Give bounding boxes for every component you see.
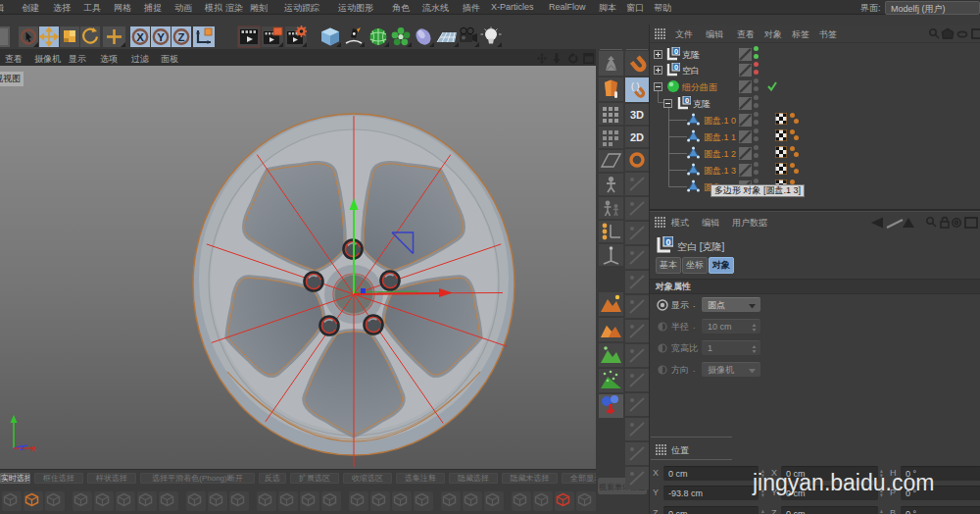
svg-text:0: 0	[665, 237, 670, 247]
svg-text:Y: Y	[157, 31, 165, 43]
svg-text:0: 0	[685, 96, 689, 105]
svg-text:2D: 2D	[630, 131, 644, 143]
svg-text:X: X	[30, 444, 36, 453]
svg-text:0: 0	[674, 63, 678, 72]
svg-text:( ): ( )	[631, 81, 640, 91]
svg-text:X: X	[136, 31, 144, 43]
svg-text:3D: 3D	[630, 109, 644, 121]
svg-text:Z: Z	[177, 31, 184, 43]
svg-text:0: 0	[674, 47, 678, 56]
svg-text:Z: Z	[20, 443, 24, 452]
